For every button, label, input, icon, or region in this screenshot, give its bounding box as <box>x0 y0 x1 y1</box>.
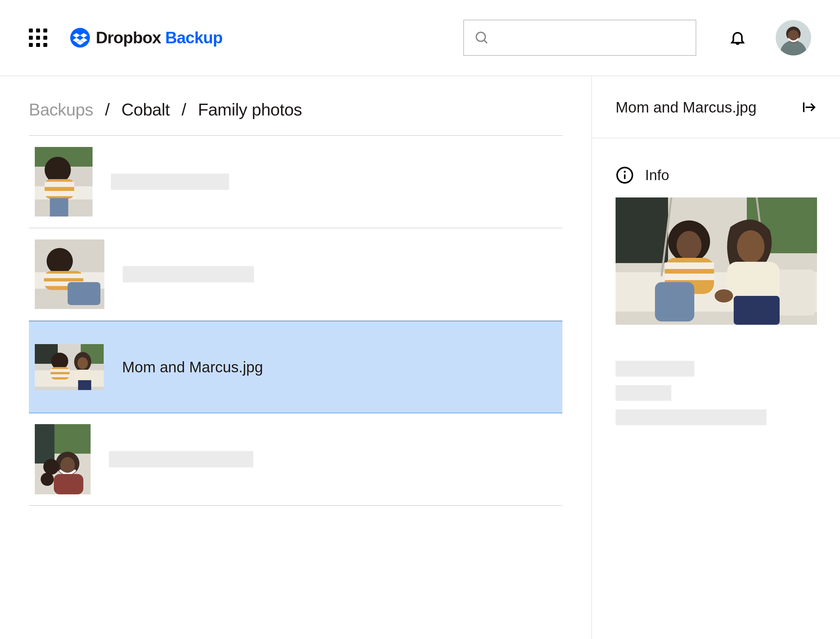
collapse-panel-icon[interactable] <box>802 100 816 114</box>
breadcrumb-leaf[interactable]: Family photos <box>198 100 302 119</box>
svg-rect-53 <box>616 197 668 263</box>
breadcrumb-mid[interactable]: Cobalt <box>121 100 170 119</box>
file-thumbnail <box>35 344 104 390</box>
svg-rect-38 <box>78 380 91 390</box>
svg-point-36 <box>78 357 88 369</box>
info-icon <box>616 166 634 184</box>
file-name-placeholder <box>109 451 253 467</box>
file-row[interactable]: Mom and Marcus.jpg <box>29 321 562 413</box>
svg-rect-40 <box>54 424 91 454</box>
details-panel: Mom and Marcus.jpg Info <box>591 76 840 639</box>
details-preview[interactable] <box>616 197 817 325</box>
search-icon <box>474 30 489 45</box>
file-name-placeholder <box>111 173 229 190</box>
svg-rect-24 <box>44 273 83 278</box>
info-section-header: Info <box>616 166 816 184</box>
dropbox-logo-icon <box>70 28 90 48</box>
file-thumbnail <box>35 424 91 494</box>
meta-placeholder <box>616 385 671 401</box>
svg-point-6 <box>476 32 485 42</box>
svg-rect-18 <box>45 191 74 196</box>
svg-line-7 <box>484 40 487 43</box>
app-header: Dropbox Backup <box>0 0 840 76</box>
svg-rect-62 <box>665 262 714 269</box>
svg-rect-41 <box>35 424 54 464</box>
svg-rect-44 <box>54 474 83 494</box>
svg-point-60 <box>676 231 702 260</box>
brand-text: Dropbox Backup <box>96 28 223 47</box>
search-input[interactable] <box>497 31 685 45</box>
svg-rect-33 <box>51 369 70 372</box>
details-title: Mom and Marcus.jpg <box>616 99 757 116</box>
file-name: Mom and Marcus.jpg <box>122 358 263 376</box>
svg-rect-63 <box>665 273 714 280</box>
svg-point-46 <box>41 473 54 486</box>
svg-point-51 <box>624 170 626 173</box>
svg-rect-64 <box>655 282 694 321</box>
svg-point-65 <box>737 230 765 263</box>
file-row[interactable] <box>29 413 562 506</box>
file-thumbnail <box>35 147 92 216</box>
meta-placeholder <box>616 409 767 425</box>
file-row[interactable] <box>29 136 562 228</box>
breadcrumb-root[interactable]: Backups <box>29 100 93 119</box>
notifications-icon[interactable] <box>729 29 746 46</box>
meta-placeholder <box>616 361 694 377</box>
main-content: Backups / Cobalt / Family photos <box>0 76 591 639</box>
file-thumbnail <box>35 240 104 309</box>
breadcrumb: Backups / Cobalt / Family photos <box>29 100 562 136</box>
file-name-placeholder <box>123 266 254 283</box>
brand[interactable]: Dropbox Backup <box>70 28 223 48</box>
breadcrumb-sep: / <box>181 100 186 119</box>
svg-rect-67 <box>734 296 780 325</box>
svg-rect-19 <box>50 198 68 216</box>
svg-rect-34 <box>51 374 70 377</box>
svg-point-22 <box>46 248 73 274</box>
app-launcher-icon[interactable] <box>29 29 47 47</box>
breadcrumb-sep: / <box>105 100 110 119</box>
svg-point-68 <box>715 289 733 302</box>
svg-rect-17 <box>45 182 74 187</box>
svg-rect-26 <box>68 282 100 305</box>
svg-point-45 <box>43 459 59 475</box>
file-row[interactable] <box>29 228 562 321</box>
svg-rect-32 <box>51 367 70 380</box>
avatar[interactable] <box>776 20 811 56</box>
search-box[interactable] <box>463 20 696 56</box>
info-label: Info <box>645 167 669 183</box>
details-meta <box>616 361 816 425</box>
